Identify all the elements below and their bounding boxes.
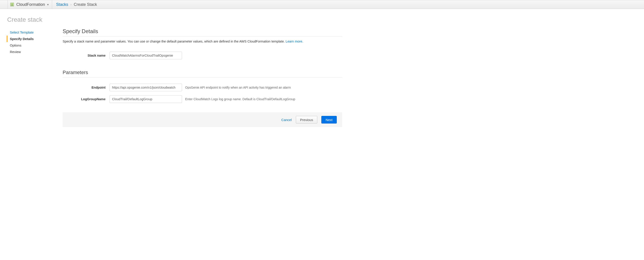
endpoint-help: OpsGenie API endpoint to notify when an … <box>185 86 291 89</box>
learn-more-link[interactable]: Learn more. <box>286 40 303 43</box>
breadcrumb-current: Create Stack <box>74 2 97 7</box>
stack-name-input[interactable] <box>110 52 182 59</box>
wizard-step-select-template[interactable]: Select Template <box>7 29 62 36</box>
description-text: Specify a stack name and parameter value… <box>62 40 286 43</box>
next-button[interactable]: Next <box>321 116 337 124</box>
wizard-nav: Select Template Specify Details Options … <box>7 28 62 55</box>
previous-button[interactable]: Previous <box>296 116 317 124</box>
breadcrumb-separator: › <box>70 3 72 6</box>
topbar: CloudFormation ▾ Stacks › Create Stack <box>0 0 644 9</box>
service-dropdown[interactable]: CloudFormation ▾ <box>8 0 52 9</box>
endpoint-label: Endpoint <box>62 86 110 89</box>
loggroupname-input[interactable] <box>110 95 182 103</box>
specify-details-description: Specify a stack name and parameter value… <box>62 40 342 43</box>
specify-details-heading: Specify Details <box>62 28 342 37</box>
endpoint-row: Endpoint OpsGenie API endpoint to notify… <box>62 84 342 91</box>
endpoint-input[interactable] <box>110 84 182 91</box>
chevron-down-icon: ▾ <box>47 3 49 6</box>
main-content: Specify Details Specify a stack name and… <box>62 28 342 127</box>
page-title: Create stack <box>7 16 637 23</box>
loggroupname-label: LogGroupName <box>62 97 110 101</box>
loggroupname-row: LogGroupName Enter CloudWatch Logs log g… <box>62 95 342 103</box>
button-bar: Cancel Previous Next <box>62 112 342 127</box>
svg-rect-2 <box>11 5 13 6</box>
cancel-button[interactable]: Cancel <box>281 118 292 122</box>
loggroupname-help: Enter CloudWatch Logs log group name. De… <box>185 97 295 101</box>
stack-name-label: Stack name <box>62 54 110 57</box>
svg-rect-1 <box>11 4 13 5</box>
breadcrumb-stacks[interactable]: Stacks <box>56 2 68 7</box>
svg-rect-0 <box>10 3 14 6</box>
service-name: CloudFormation <box>16 2 45 7</box>
wizard-step-options[interactable]: Options <box>7 42 62 49</box>
wizard-step-review[interactable]: Review <box>7 49 62 55</box>
cloudformation-icon <box>10 3 14 7</box>
wizard-step-specify-details[interactable]: Specify Details <box>7 36 62 42</box>
parameters-heading: Parameters <box>62 70 342 77</box>
stack-name-row: Stack name <box>62 52 342 59</box>
